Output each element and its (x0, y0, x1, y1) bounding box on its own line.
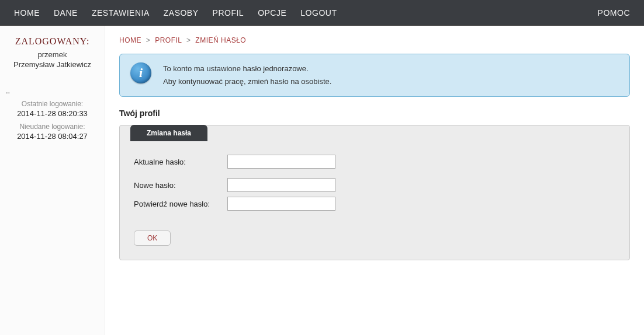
nav-opcje[interactable]: OPCJE (251, 8, 293, 18)
breadcrumb: HOME > PROFIL > ZMIEŃ HASŁO (119, 36, 630, 44)
info-text: To konto ma ustawione hasło jednorazowe.… (163, 62, 331, 88)
row-current-password: Aktualne hasło: (134, 155, 615, 169)
nav-home[interactable]: HOME (7, 8, 47, 18)
nav-zasoby[interactable]: ZASOBY (157, 8, 206, 18)
input-current-password[interactable] (227, 155, 335, 169)
nav-logout[interactable]: LOGOUT (293, 8, 344, 18)
info-line-1: To konto ma ustawione hasło jednorazowe. (163, 62, 331, 75)
failed-login-label: Nieudane logowanie: (4, 123, 101, 131)
sidebar-dots: .. (4, 86, 101, 95)
input-confirm-password[interactable] (227, 197, 335, 211)
nav-pomoc[interactable]: POMOC (591, 8, 637, 18)
top-nav: HOME DANE ZESTAWIENIA ZASOBY PROFIL OPCJ… (0, 0, 644, 26)
label-new-password: Nowe hasło: (134, 181, 227, 190)
breadcrumb-sep: > (146, 36, 151, 44)
sidebar-fullname: Przemysław Jatkiewicz (4, 60, 101, 69)
profile-heading: Twój profil (119, 109, 630, 118)
label-current-password: Aktualne hasło: (134, 158, 227, 166)
sidebar-title: ZALOGOWANY: (4, 36, 101, 47)
main-content: HOME > PROFIL > ZMIEŃ HASŁO i To konto m… (105, 26, 644, 335)
label-confirm-password: Potwierdź nowe hasło: (134, 200, 227, 208)
ok-button[interactable]: OK (134, 231, 171, 246)
info-line-2: Aby kontynuować pracę, zmień hasło na os… (163, 75, 331, 88)
breadcrumb-profil[interactable]: PROFIL (155, 36, 182, 44)
sidebar-username: przemek (4, 50, 101, 59)
nav-profil[interactable]: PROFIL (206, 8, 251, 18)
input-new-password[interactable] (227, 178, 335, 192)
sidebar: ZALOGOWANY: przemek Przemysław Jatkiewic… (0, 26, 105, 335)
row-confirm-password: Potwierdź nowe hasło: (134, 197, 615, 211)
panel-title: Zmiana hasła (130, 125, 207, 141)
breadcrumb-home[interactable]: HOME (119, 36, 141, 44)
last-login-label: Ostatnie logowanie: (4, 100, 101, 108)
top-nav-left: HOME DANE ZESTAWIENIA ZASOBY PROFIL OPCJ… (7, 8, 344, 18)
failed-login-value: 2014-11-28 08:04:27 (4, 132, 101, 141)
breadcrumb-sep: > (186, 36, 191, 44)
nav-dane[interactable]: DANE (47, 8, 85, 18)
row-new-password: Nowe hasło: (134, 178, 615, 192)
last-login-value: 2014-11-28 08:20:33 (4, 109, 101, 118)
nav-zestawienia[interactable]: ZESTAWIENIA (85, 8, 157, 18)
layout: ZALOGOWANY: przemek Przemysław Jatkiewic… (0, 26, 644, 335)
change-password-panel: Zmiana hasła Aktualne hasło: Nowe hasło:… (119, 125, 630, 260)
info-icon: i (130, 62, 151, 83)
breadcrumb-current: ZMIEŃ HASŁO (195, 36, 246, 44)
top-nav-right: POMOC (591, 8, 637, 18)
info-box: i To konto ma ustawione hasło jednorazow… (119, 54, 630, 97)
